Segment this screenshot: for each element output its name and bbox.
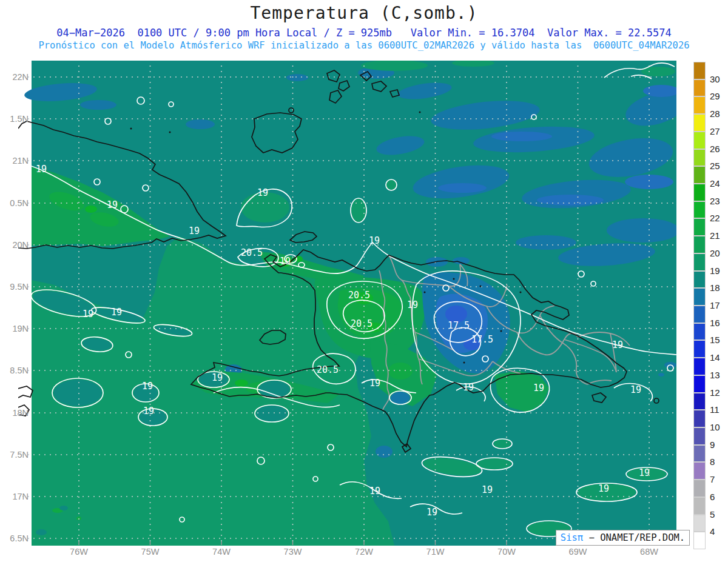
lat-label: 17N [0,492,29,501]
lat-label: 6.5N [0,534,29,543]
temperature-map: 19191919191920.520.520.520.51917.517.519… [18,61,676,546]
contour-value-label: 19 [407,299,418,310]
colorbar-cell [693,271,706,289]
colorbar-cell [693,253,706,271]
sispi-logo: Sisπ [561,532,583,543]
lat-label: 18N [0,408,29,418]
lon-label: 68W [636,547,662,557]
contour-value-label: 19 [257,187,268,198]
colorbar-cell [693,62,706,79]
lon-label: 71W [422,547,449,557]
colorbar-tick-label: 18 [710,283,720,293]
contour-value-label: 19 [630,384,641,395]
colorbar-cell [693,79,706,97]
colorbar-tick-label: 22 [710,213,720,223]
colorbar-tick-label: 21 [710,230,720,241]
colorbar-tick-label: 13 [710,370,720,380]
contour-value-label: 20.5 [348,290,370,301]
colorbar-cell [693,132,706,149]
contour-value-label: 19 [426,507,437,518]
page-title: Temperatura (C,somb.) [0,3,728,23]
colorbar-tick-label: 8 [710,457,715,467]
colorbar-cell [693,532,706,549]
contour-value-label: 19 [83,309,93,319]
colorbar-tick-label: 11 [710,404,720,415]
contour-value-label: 20.5 [317,364,339,375]
colorbar-tick-label: 17 [710,300,720,310]
contour-value-label: 19 [463,382,474,393]
contour-value-label: 19 [107,199,118,210]
contour-value-label: 19 [612,340,623,350]
colorbar-cell [693,114,706,132]
lon-label: 75W [137,547,164,557]
colorbar-cell [693,184,706,201]
lon-label: 74W [208,547,235,557]
colorbar-tick-label: 19 [710,266,720,276]
colorbar-tick-label: 9 [710,440,715,450]
lat-label: 0.5N [0,198,29,208]
contour-value-label: 19 [143,406,154,416]
lat-label: 8.5N [0,366,29,375]
colorbar-cell [693,149,706,167]
colorbar-tick-label: 26 [710,144,720,154]
colorbar-cell [693,515,706,532]
contour-value-label: 19 [142,381,153,392]
temperature-colorbar [693,62,706,549]
colorbar-cell [693,323,706,341]
forecast-map-page: Temperatura (C,somb.) 04−Mar−2026 0100 U… [0,0,728,562]
branding-watermark: Sisπ − ONAMET/REP.DOM. [556,530,690,546]
colorbar-tick-label: 12 [710,387,720,398]
colorbar-tick-label: 24 [710,178,720,189]
colorbar-cell [693,410,706,427]
colorbar-tick-label: 30 [710,74,720,84]
contour-value-label: 19 [639,467,650,478]
lat-label: 21N [0,156,29,166]
lat-label: 9.5N [0,282,29,292]
lon-label: 72W [351,547,377,557]
colorbar-tick-label: 7 [710,474,715,484]
colorbar-cell [693,393,706,410]
colorbar-cell [693,497,706,515]
lat-label: 22N [0,72,29,82]
colorbar-cell [693,96,706,114]
contour-value-label: 19 [111,307,122,318]
colorbar-tick-label: 28 [710,109,720,119]
lon-label: 70W [493,547,520,557]
colorbar-tick-label: 27 [710,126,720,136]
colorbar-cell [693,480,706,497]
colorbar-tick-label: 23 [710,196,720,206]
colorbar-tick-label: 25 [710,161,720,171]
colorbar-cell [693,462,706,480]
colorbar-cell [693,201,706,219]
contour-value-label: 19 [189,226,200,236]
valid-time-line: 04−Mar−2026 0100 UTC / 9:00 pm Hora Loca… [0,27,728,39]
colorbar-tick-label: 5 [710,509,715,520]
contour-value-label: 19 [36,164,47,175]
contour-value-label: 17.5 [471,334,493,345]
contour-value-label: 19 [369,378,380,389]
colorbar-tick-label: 16 [710,318,720,328]
lat-label: 7.5N [0,450,29,460]
colorbar-tick-label: 29 [710,91,720,101]
colorbar-cell [693,166,706,184]
colorbar-tick-label: 6 [710,492,715,502]
lat-label: 19N [0,324,29,333]
colorbar-cell [693,306,706,323]
contour-value-label: 19 [212,372,223,383]
colorbar-tick-label: 15 [710,335,720,345]
contour-value-label: 19 [369,235,380,246]
colorbar-tick-label: 10 [710,422,720,432]
colorbar-cell [693,340,706,358]
lat-label: 20N [0,240,29,250]
colorbar-cell [693,358,706,375]
lon-label: 69W [565,547,592,557]
contour-value-label: 19 [598,483,609,494]
colorbar-cell [693,236,706,253]
colorbar-tick-label: 4 [710,526,715,537]
contour-value-label: 19 [533,383,544,393]
colorbar-tick-label: 20 [710,248,720,258]
colorbar-tick-label: 14 [710,352,720,363]
contour-value-label: 17.5 [448,320,470,331]
model-info-line: Pronóstico con el Modelo Atmósferico WRF… [0,40,728,51]
contour-value-label: 20.5 [241,247,263,258]
